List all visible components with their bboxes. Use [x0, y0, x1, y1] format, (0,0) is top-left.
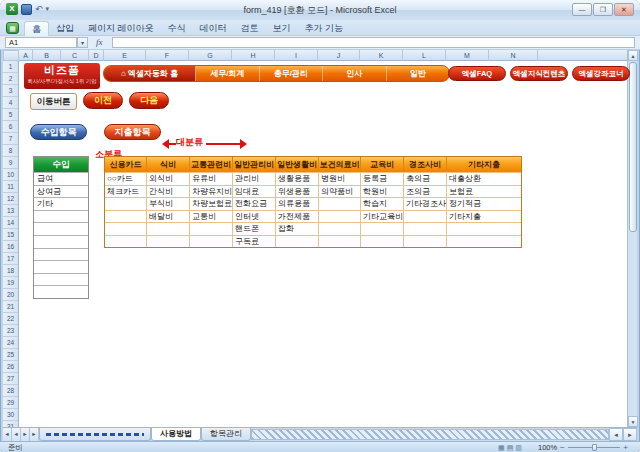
row-header-7[interactable]: 7 [3, 133, 18, 145]
expense-section-button[interactable]: 지출항목 [104, 124, 161, 140]
expense-cell[interactable] [319, 210, 361, 223]
expense-cell[interactable] [147, 235, 190, 248]
expense-cell[interactable]: 생활용품 [276, 172, 319, 185]
nav-home[interactable]: ⌂ 엑셀자동화 홈 [104, 66, 196, 81]
select-all-corner[interactable] [3, 50, 19, 61]
vertical-scroll-thumb[interactable] [629, 62, 637, 232]
zoom-in-icon[interactable]: + [623, 442, 628, 452]
column-header-C[interactable]: C [61, 50, 89, 61]
row-header-23[interactable]: 23 [3, 325, 18, 337]
column-header-J[interactable]: J [318, 50, 360, 61]
ribbon-tab-데이터[interactable]: 데이터 [193, 21, 234, 36]
expense-cell[interactable]: 정기적금 [447, 197, 521, 210]
name-box[interactable]: A1 [5, 37, 77, 48]
row-header-11[interactable]: 11 [3, 181, 18, 193]
expense-cell[interactable]: 차량유지비 [190, 185, 233, 198]
expense-cell[interactable] [404, 235, 447, 248]
expense-cell[interactable] [147, 222, 190, 235]
expense-cell[interactable]: 잡화 [276, 222, 319, 235]
sheet-tab-사용방법[interactable]: 사용방법 [151, 428, 201, 441]
vertical-scrollbar[interactable]: ▲ ▼ [627, 50, 637, 427]
next-button[interactable]: 다음 [129, 92, 169, 109]
row-header-16[interactable]: 16 [3, 241, 18, 253]
insert-function-icon[interactable]: fx [96, 37, 103, 47]
expense-cell[interactable] [105, 210, 147, 223]
link-button-엑셀강좌코너[interactable]: 엑셀강좌코너 [572, 66, 630, 81]
expense-cell[interactable]: 대출상환 [447, 172, 521, 185]
formula-input[interactable] [112, 37, 635, 48]
nav-item-인사[interactable]: 인사 [323, 66, 387, 81]
zoom-slider[interactable]: − + [560, 442, 628, 452]
column-header-K[interactable]: K [360, 50, 403, 61]
ribbon-tab-페이지 레이아웃[interactable]: 페이지 레이아웃 [81, 21, 161, 36]
ribbon-tab-추가 기능[interactable]: 추가 기능 [298, 21, 351, 36]
nav-item-총무/관리[interactable]: 총무/관리 [260, 66, 324, 81]
expense-header-일반관리비[interactable]: 일반관리비 [233, 157, 276, 172]
row-header-9[interactable]: 9 [3, 157, 18, 169]
expense-cell[interactable] [361, 222, 404, 235]
expense-cell[interactable]: 병원비 [319, 172, 361, 185]
nav-item-세무/회계[interactable]: 세무/회계 [196, 66, 260, 81]
expense-cell[interactable]: 전화요금 [233, 197, 276, 210]
expense-cell[interactable]: ○○카드 [105, 172, 147, 185]
column-header-F[interactable]: F [146, 50, 189, 61]
tab-scroll-prev-icon[interactable]: ◄ [12, 428, 21, 441]
ribbon-tab-보기[interactable]: 보기 [266, 21, 298, 36]
tab-scroll-next-icon[interactable]: ► [21, 428, 30, 441]
page-break-view-icon[interactable]: ▥ [515, 442, 522, 452]
row-header-18[interactable]: 18 [3, 265, 18, 277]
minimize-button[interactable]: — [572, 3, 592, 16]
expense-cell[interactable]: 임대료 [233, 185, 276, 198]
income-cell[interactable]: 급여 [34, 172, 88, 185]
expense-cell[interactable]: 핸드폰 [233, 222, 276, 235]
expense-cell[interactable]: 학원비 [361, 185, 404, 198]
expense-cell[interactable] [105, 197, 147, 210]
prev-button[interactable]: 이전 [83, 92, 123, 109]
row-header-26[interactable]: 26 [3, 361, 18, 373]
expense-cell[interactable]: 관리비 [233, 172, 276, 185]
expense-header-경조사비[interactable]: 경조사비 [404, 157, 447, 172]
row-header-10[interactable]: 10 [3, 169, 18, 181]
scroll-down-icon[interactable]: ▼ [628, 416, 638, 427]
income-cell[interactable] [34, 248, 88, 261]
tab-scroll-first-icon[interactable]: ◄ [3, 428, 12, 441]
expense-cell[interactable]: 의류용품 [276, 197, 319, 210]
expense-cell[interactable]: 보험료 [447, 185, 521, 198]
row-header-21[interactable]: 21 [3, 301, 18, 313]
row-header-3[interactable]: 3 [3, 85, 18, 97]
page-layout-view-icon[interactable]: ▤ [507, 442, 514, 452]
tab-scroll-last-icon[interactable]: ► [30, 428, 39, 441]
row-header-25[interactable]: 25 [3, 349, 18, 361]
expense-header-기타지출[interactable]: 기타지출 [447, 157, 521, 172]
hscroll-left-icon[interactable]: ◄ [609, 428, 623, 441]
row-header-30[interactable]: 30 [3, 409, 18, 421]
row-header-14[interactable]: 14 [3, 217, 18, 229]
expense-cell[interactable]: 간식비 [147, 185, 190, 198]
expense-cell[interactable] [319, 222, 361, 235]
row-header-17[interactable]: 17 [3, 253, 18, 265]
column-header-H[interactable]: H [232, 50, 275, 61]
column-header-G[interactable]: G [189, 50, 232, 61]
row-header-4[interactable]: 4 [3, 97, 18, 109]
expense-cell[interactable]: 조의금 [404, 185, 447, 198]
column-header-D[interactable]: D [89, 50, 104, 61]
hscroll-right-icon[interactable]: ► [623, 428, 637, 441]
ribbon-tab-홈[interactable]: 홈 [24, 21, 49, 36]
link-button-엑셀지식컨텐츠[interactable]: 엑셀지식컨텐츠 [510, 66, 568, 81]
expense-cell[interactable]: 유류비 [190, 172, 233, 185]
expense-cell[interactable]: 축의금 [404, 172, 447, 185]
expense-cell[interactable]: 위생용품 [276, 185, 319, 198]
expense-cell[interactable]: 학습지 [361, 197, 404, 210]
expense-header-식비[interactable]: 식비 [147, 157, 190, 172]
row-header-1[interactable]: 1 [3, 61, 18, 73]
link-button-엑셀FAQ[interactable]: 엑셀FAQ [448, 66, 506, 81]
zoom-slider-knob[interactable] [592, 444, 597, 451]
nav-item-일반[interactable]: 일반 [387, 66, 450, 81]
row-header-15[interactable]: 15 [3, 229, 18, 241]
name-box-dropdown-icon[interactable]: ▾ [77, 37, 88, 48]
column-header-L[interactable]: L [403, 50, 446, 61]
zoom-out-icon[interactable]: − [560, 442, 565, 452]
expense-header-교육비[interactable]: 교육비 [361, 157, 404, 172]
column-header-N[interactable]: N [489, 50, 538, 61]
expense-cell[interactable]: 기타경조사 [404, 197, 447, 210]
